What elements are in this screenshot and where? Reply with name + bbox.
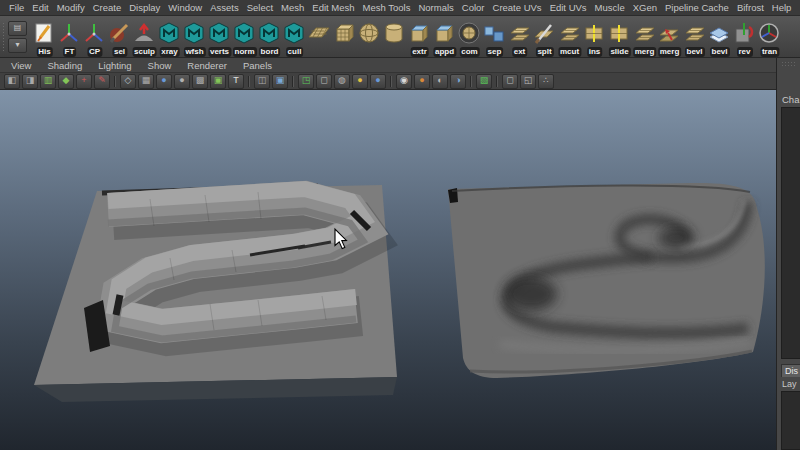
manipulators-icon[interactable]: ◆ — [58, 74, 74, 89]
default-material-icon[interactable]: ◉ — [396, 74, 412, 89]
menu-edit-uvs[interactable]: Edit UVs — [546, 2, 591, 13]
menu-bifrost[interactable]: Bifrost — [733, 2, 768, 13]
shelf-button-cube[interactable] — [332, 20, 357, 57]
ui-elements-icon[interactable]: ▥ — [40, 74, 56, 89]
shelf-button-sculp-4[interactable]: sculp — [132, 20, 157, 57]
shelf-button-splt-20[interactable]: splt — [532, 20, 557, 57]
channels-menu[interactable]: Cha — [777, 93, 800, 107]
shelf-button-verts-7[interactable]: verts — [207, 20, 232, 57]
channel-box-list[interactable] — [781, 107, 800, 359]
shelf-button-plane[interactable] — [307, 20, 332, 57]
xray-icon[interactable]: ▣ — [272, 74, 288, 89]
shelf-button-label: bevl — [684, 47, 704, 57]
shelf-button-his-0[interactable]: His — [32, 20, 57, 57]
grease-pencil-icon[interactable]: ✎ — [94, 74, 110, 89]
panel-menu-shading[interactable]: Shading — [39, 60, 90, 71]
duplicate-panel-icon[interactable]: ◱ — [520, 74, 536, 89]
shelf-button-xray-5[interactable]: xray — [157, 20, 182, 57]
shelf-button-wfsh-6[interactable]: wfsh — [182, 20, 207, 57]
shelf-button-com-17[interactable]: com — [457, 20, 482, 57]
menu-assets[interactable]: Assets — [206, 2, 243, 13]
shelf-button-bevl-26[interactable]: bevl — [682, 20, 707, 57]
shelf-button-cp-2[interactable]: CP — [82, 20, 107, 57]
shelf-button-merg-24[interactable]: merg — [632, 20, 657, 57]
shelf-button-sphere[interactable] — [357, 20, 382, 57]
shadows-icon[interactable]: ● — [370, 74, 386, 89]
shelf-button-ext-19[interactable]: ext — [507, 20, 532, 57]
shelf-button-appd-16[interactable]: appd — [432, 20, 457, 57]
camera-attributes-icon[interactable]: ◨ — [22, 74, 38, 89]
field-chart-icon[interactable]: ◍ — [334, 74, 350, 89]
menu-window[interactable]: Window — [164, 2, 206, 13]
shelf-button-label: merg — [633, 47, 657, 57]
shelf-grip[interactable] — [2, 22, 6, 52]
shelf-button-cylinder[interactable] — [382, 20, 407, 57]
shelf-button-slide-23[interactable]: slide — [607, 20, 632, 57]
low-poly-mesh[interactable] — [34, 185, 397, 402]
menu-create-uvs[interactable]: Create UVs — [489, 2, 546, 13]
isolate-select-icon[interactable]: ▧ — [476, 74, 492, 89]
menu-mesh-tools[interactable]: Mesh Tools — [359, 2, 415, 13]
viewport-canvas[interactable] — [0, 90, 776, 450]
shelf-button-tran-29[interactable]: tran — [757, 20, 782, 57]
camera-icon[interactable]: ◧ — [4, 74, 20, 89]
bounding-box-icon[interactable]: ▦ — [138, 74, 154, 89]
perspective-viewport[interactable] — [0, 90, 776, 450]
tab-display[interactable]: Dis — [781, 364, 800, 377]
menu-display[interactable]: Display — [125, 2, 164, 13]
shelf-menu-icon[interactable]: ▾ — [8, 38, 27, 53]
menu-modify[interactable]: Modify — [53, 2, 89, 13]
panel-menu-lighting[interactable]: Lighting — [90, 60, 139, 71]
share-node-icon[interactable]: ∴ — [538, 74, 554, 89]
shelf-button-norm-8[interactable]: norm — [232, 20, 257, 57]
texture-placement-icon[interactable]: T — [228, 74, 244, 89]
shelf-button-cull-10[interactable]: cull — [282, 20, 307, 57]
shelf-button-label: xray — [159, 47, 179, 57]
shelf-button-sel-3[interactable]: sel — [107, 20, 132, 57]
film-gate-icon[interactable]: ◻ — [316, 74, 332, 89]
scene-view-icon[interactable]: ◻ — [502, 74, 518, 89]
shelf-button-ins-22[interactable]: ins — [582, 20, 607, 57]
menu-select[interactable]: Select — [243, 2, 277, 13]
shelf-button-ft-1[interactable]: FT — [57, 20, 82, 57]
panel-menu-panels[interactable]: Panels — [235, 60, 280, 71]
wireframe-icon[interactable]: ◇ — [120, 74, 136, 89]
shelf-button-sep-18[interactable]: sep — [482, 20, 507, 57]
menu-help[interactable]: Help — [768, 2, 796, 13]
ambient-occlusion-icon[interactable]: ● — [414, 74, 430, 89]
menu-mesh[interactable]: Mesh — [277, 2, 308, 13]
layers-menu[interactable]: Lay — [777, 377, 800, 391]
shelf-button-label: mcut — [558, 47, 581, 57]
menu-normals[interactable]: Normals — [414, 2, 457, 13]
menu-edit-mesh[interactable]: Edit Mesh — [308, 2, 358, 13]
panel-menu-view[interactable]: View — [3, 60, 39, 71]
panel-menu-show[interactable]: Show — [140, 60, 180, 71]
smooth-mesh[interactable] — [448, 183, 765, 378]
pan-zoom-icon[interactable]: + — [76, 74, 92, 89]
shelf-button-extr-15[interactable]: extr — [407, 20, 432, 57]
resolution-gate-icon[interactable]: ◳ — [298, 74, 314, 89]
shelf-button-mcut-21[interactable]: mcut — [557, 20, 582, 57]
multisample-icon[interactable]: ◑ — [450, 74, 466, 89]
lights-icon[interactable]: ● — [352, 74, 368, 89]
shelf-button-bord-9[interactable]: bord — [257, 20, 282, 57]
menu-xgen[interactable]: XGen — [629, 2, 661, 13]
shelf-tab-icon[interactable]: ▤ — [8, 21, 27, 36]
textured-icon[interactable]: ▣ — [210, 74, 226, 89]
layer-editor-list[interactable] — [781, 391, 800, 450]
flat-shade-icon[interactable]: ● — [174, 74, 190, 89]
menu-create[interactable]: Create — [89, 2, 126, 13]
menu-pipeline-cache[interactable]: Pipeline Cache — [661, 2, 733, 13]
menu-file[interactable]: File — [5, 2, 28, 13]
motion-blur-icon[interactable]: ◐ — [432, 74, 448, 89]
wireframe-on-shaded-icon[interactable]: ◫ — [254, 74, 270, 89]
menu-muscle[interactable]: Muscle — [591, 2, 629, 13]
menu-edit[interactable]: Edit — [28, 2, 52, 13]
smooth-shade-icon[interactable]: ● — [156, 74, 172, 89]
checker-shade-icon[interactable]: ▩ — [192, 74, 208, 89]
menu-color[interactable]: Color — [458, 2, 489, 13]
shelf-button-rev-28[interactable]: rev — [732, 20, 757, 57]
shelf-button-bevl-27[interactable]: bevl — [707, 20, 732, 57]
panel-menu-renderer[interactable]: Renderer — [179, 60, 235, 71]
shelf-button-merg-25[interactable]: merg — [657, 20, 682, 57]
